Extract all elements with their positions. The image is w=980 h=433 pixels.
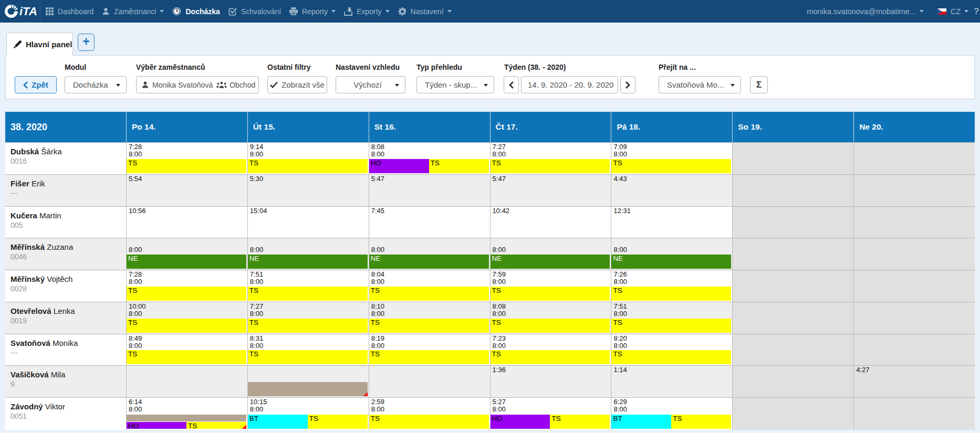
day-cell[interactable]: 7:278:00TS bbox=[490, 143, 611, 174]
shift-segment-TS[interactable]: TS bbox=[127, 287, 246, 301]
day-cell[interactable]: 9:148:00TS bbox=[247, 143, 369, 174]
shift-segment-BT[interactable]: BT bbox=[611, 415, 671, 429]
day-cell[interactable] bbox=[732, 302, 853, 334]
shift-segment-TS[interactable]: TS bbox=[491, 287, 610, 301]
shift-segment-NE[interactable]: NE bbox=[248, 255, 368, 269]
view-type-select[interactable]: Týden - skup... bbox=[416, 76, 494, 93]
day-cell[interactable]: 8:00NE bbox=[247, 238, 369, 270]
shift-segment-TS[interactable]: TS bbox=[369, 415, 489, 429]
nav-item-schvalovani[interactable]: Schvalování bbox=[224, 0, 285, 23]
day-cell[interactable] bbox=[247, 366, 369, 397]
shift-segment-TS[interactable]: TS bbox=[248, 319, 368, 333]
day-cell[interactable]: 7:268:00TS bbox=[611, 270, 732, 302]
day-cell[interactable]: 1:14 bbox=[611, 366, 732, 397]
shift-segment-TS[interactable]: TS bbox=[248, 159, 368, 173]
nav-item-exporty[interactable]: Exporty bbox=[340, 0, 393, 23]
day-cell[interactable]: 4:27 bbox=[853, 366, 975, 397]
shift-segment-TS[interactable]: TS bbox=[491, 350, 610, 364]
app-logo[interactable]: iTA bbox=[0, 0, 40, 23]
nav-item-reporty[interactable]: Reporty bbox=[285, 0, 340, 23]
shift-segment-TS[interactable]: TS bbox=[611, 350, 731, 364]
day-cell[interactable]: 7:098:00TS bbox=[611, 143, 732, 174]
day-cell[interactable]: 8:208:00TS bbox=[611, 334, 732, 366]
day-cell[interactable]: 10:158:00BTTS bbox=[247, 398, 369, 430]
day-cell[interactable] bbox=[853, 238, 975, 270]
day-cell[interactable]: 7:518:00TS bbox=[611, 302, 732, 334]
day-cell[interactable] bbox=[732, 398, 853, 430]
shift-segment-HO[interactable]: HO bbox=[127, 422, 186, 429]
day-cell[interactable]: 8:00NE bbox=[490, 238, 611, 270]
week-range-input[interactable]: 14. 9. 2020 - 20. 9. 2020 bbox=[521, 76, 618, 93]
day-cell[interactable] bbox=[732, 175, 853, 206]
day-cell[interactable] bbox=[853, 175, 975, 206]
day-cell[interactable]: 7:238:00TS bbox=[490, 334, 611, 366]
help-icon[interactable]: ? bbox=[974, 6, 980, 17]
shift-segment-NE[interactable]: NE bbox=[491, 255, 610, 269]
shift-segment-TS[interactable]: TS bbox=[186, 422, 246, 429]
employee-name-cell[interactable]: Dubská Šárka0016 bbox=[5, 143, 126, 174]
day-cell[interactable] bbox=[732, 143, 853, 174]
day-cell[interactable] bbox=[853, 270, 975, 302]
day-cell[interactable]: 12:31 bbox=[611, 207, 732, 238]
shift-segment-TS[interactable]: TS bbox=[671, 415, 731, 429]
day-cell[interactable]: 5:47 bbox=[369, 175, 490, 206]
day-cell[interactable]: 7:598:00TS bbox=[490, 270, 611, 302]
day-cell[interactable] bbox=[126, 366, 247, 397]
day-cell[interactable]: 2:598:00TS bbox=[369, 398, 490, 430]
day-cell[interactable]: 15:04 bbox=[247, 207, 369, 238]
shift-segment-TS[interactable]: TS bbox=[369, 319, 489, 333]
shift-segment-TS[interactable]: TS bbox=[369, 350, 489, 364]
employee-name-cell[interactable]: Měřínský Vojtěch0028 bbox=[5, 270, 126, 302]
employee-name-cell[interactable]: Otevřelová Lenka0019 bbox=[5, 302, 126, 334]
day-cell[interactable] bbox=[732, 366, 853, 397]
day-cell[interactable] bbox=[732, 270, 853, 302]
day-cell[interactable]: 6:148:00HOTS bbox=[126, 398, 247, 430]
shift-segment-NE[interactable]: NE bbox=[611, 255, 731, 269]
shift-segment-plain[interactable] bbox=[127, 415, 246, 421]
day-cell[interactable]: 8:088:00TS bbox=[490, 302, 611, 334]
day-cell[interactable] bbox=[732, 207, 853, 238]
shift-segment-TS[interactable]: TS bbox=[127, 159, 246, 173]
shift-segment-TS[interactable]: TS bbox=[369, 287, 489, 301]
shift-segment-TS[interactable]: TS bbox=[550, 415, 610, 429]
day-cell[interactable]: 8:198:00TS bbox=[369, 334, 490, 366]
day-cell[interactable]: 4:43 bbox=[611, 175, 732, 206]
day-cell[interactable]: 8:498:00TS bbox=[126, 334, 247, 366]
back-button[interactable]: Zpět bbox=[15, 76, 57, 93]
shift-segment-TS[interactable]: TS bbox=[127, 319, 246, 333]
day-cell[interactable]: 7:278:00TS bbox=[247, 302, 369, 334]
nav-item-zamestnanci[interactable]: Zaměstnanci bbox=[98, 0, 168, 23]
day-cell[interactable] bbox=[369, 366, 490, 397]
shift-segment-TS[interactable]: TS bbox=[248, 350, 368, 364]
day-cell[interactable]: 5:278:00HOTS bbox=[490, 398, 611, 430]
goto-select[interactable]: Svatoňová Mo... bbox=[659, 76, 741, 93]
add-tab-button[interactable]: + bbox=[78, 34, 95, 51]
nav-item-nastaveni[interactable]: Nastavení bbox=[394, 0, 456, 23]
day-cell[interactable]: 8:108:00TS bbox=[369, 302, 490, 334]
language-menu[interactable]: CZ bbox=[932, 7, 974, 16]
employee-name-cell[interactable]: Závodný Viktor0051 bbox=[5, 398, 126, 430]
day-cell[interactable] bbox=[853, 334, 975, 366]
employee-name-cell[interactable]: Svatoňová Monika--- bbox=[5, 334, 126, 366]
week-prev-button[interactable] bbox=[504, 76, 519, 93]
shift-segment-BT[interactable]: BT bbox=[248, 415, 308, 429]
day-cell[interactable] bbox=[853, 143, 975, 174]
day-cell[interactable]: 8:00NE bbox=[369, 238, 490, 270]
day-cell[interactable]: 7:518:00TS bbox=[247, 270, 369, 302]
day-cell[interactable] bbox=[853, 398, 975, 430]
day-cell[interactable]: 5:47 bbox=[490, 175, 611, 206]
shift-segment-TS[interactable]: TS bbox=[491, 319, 610, 333]
day-cell[interactable]: 7:288:00TS bbox=[126, 143, 247, 174]
employee-picker[interactable]: Monika Svatoňová Obchod bbox=[136, 76, 259, 93]
shift-segment-TS[interactable]: TS bbox=[611, 319, 731, 333]
day-cell[interactable]: 5:54 bbox=[126, 175, 247, 206]
employee-name-cell[interactable]: Kučera Martin005 bbox=[5, 207, 126, 238]
day-cell[interactable]: 10:008:00TS bbox=[126, 302, 247, 334]
day-cell[interactable]: 8:00NE bbox=[611, 238, 732, 270]
shift-segment-TS[interactable]: TS bbox=[611, 287, 731, 301]
nav-item-dochazka[interactable]: Docházka bbox=[168, 0, 224, 23]
employee-name-cell[interactable]: Měřínská Zuzana0046 bbox=[5, 238, 126, 270]
employee-name-cell[interactable]: Fišer Erik--- bbox=[5, 175, 126, 206]
shift-segment-NE[interactable]: NE bbox=[369, 255, 489, 269]
day-cell[interactable]: 8:088:00HOTS bbox=[369, 143, 490, 174]
